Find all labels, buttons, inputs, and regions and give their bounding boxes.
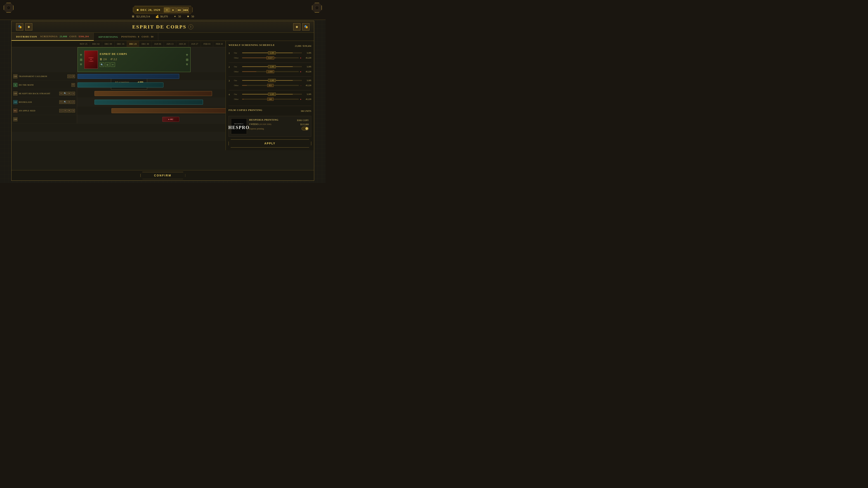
other-max-2: 45,220 [303, 70, 311, 73]
distribution-tab-label: DISTRIBUTION [16, 35, 37, 38]
fast-forward-button[interactable]: ▶▶ [177, 7, 182, 12]
film-copies-section: FILM COPIES PRINTING 386 UNITS HESPERIA … [228, 106, 311, 148]
film-label-btns-dothemath: 🛡 [71, 83, 75, 87]
film-card-title: ESPRIT DE CORPS [100, 53, 184, 56]
screenings-label: SCREENINGS: [40, 35, 58, 38]
check-btn-hourglass[interactable]: ✓ [71, 100, 75, 104]
film-label-btns-appleseed: ○ ✕ ♥ +4 [59, 109, 75, 112]
money-icon: 💰 [155, 15, 159, 18]
bar-appleseed[interactable] [112, 108, 225, 113]
adv-positions-value: 0 [138, 35, 140, 38]
week-row-3-other: Other 821 — 45,220 [234, 84, 311, 88]
our-value-4: 3,185 [303, 93, 311, 95]
slider-other-1[interactable]: 6,627 [242, 57, 299, 58]
heart-btn-hourglass[interactable]: ♥ [67, 100, 71, 104]
right-panel: WEEKLY SCREENING SCHEDULE 23,088 / $190,… [226, 41, 314, 150]
film-label-btns-hekept: ✕ 🔍 ♥ +4 [59, 92, 75, 95]
bar-dothemath[interactable] [78, 83, 163, 88]
bar-hourglass[interactable] [94, 100, 203, 105]
film-label-appleseed: MG AN APPLE SEED ○ ✕ ♥ +4 [11, 106, 77, 115]
slider-our-1[interactable]: 3,185 [242, 53, 302, 53]
other-max-4: 45,220 [303, 98, 311, 100]
film-icon-appleseed: MG [13, 109, 18, 113]
week-row-2-other: Other 2,660 ► 45,220 [234, 70, 311, 74]
date-control: DEC 20, 1929 ⏸ ▶ ▶▶ ▶▶▶ [133, 6, 193, 14]
slider-other-2[interactable]: 2,660 [242, 71, 299, 72]
slider-other-4[interactable]: 240 [242, 99, 299, 100]
film-icon-4[interactable]: 🎭 [302, 23, 309, 31]
cost-value: $306,204 [79, 35, 89, 38]
budget-resource: 💰 $6,070 [155, 15, 168, 18]
heart-btn-hekept[interactable]: ♥ [67, 92, 71, 95]
date-jan13: JAN 13 [164, 41, 176, 47]
film-card-right-deco: ⚜ ⊞ ⚜ [186, 53, 188, 66]
our-label-4: Our [234, 93, 241, 95]
pen-action-btn[interactable]: ✏ [111, 62, 115, 67]
search-btn-hourglass[interactable]: 🔍 [63, 100, 67, 104]
x-btn-appleseed[interactable]: ✕ [63, 109, 67, 112]
printer-express: Express printing [249, 127, 309, 130]
circle-btn-appleseed[interactable]: ○ [59, 109, 63, 112]
week-block-1: 1 Our 3,185 3,185 Other 6 [228, 51, 311, 61]
slider-our-3[interactable]: 3,185 [242, 80, 302, 81]
deco-grid-icon: ⊞ [80, 58, 83, 62]
x-btn-transparent[interactable]: ✕ [71, 74, 75, 78]
faster-forward-button[interactable]: ▶▶▶ [183, 7, 189, 12]
week-num-2: 2 [228, 65, 232, 74]
confirm-bar: CONFIRM [11, 170, 314, 181]
printer-card: HESPERIA HESPRO HESPERIA PRINTING $300/ … [228, 116, 311, 137]
confirm-button[interactable]: CONFIRM [141, 172, 185, 179]
info-button[interactable]: i [188, 24, 193, 29]
film-icon-ap2: GH [13, 117, 18, 121]
stat1-resource: ✦ 50 [173, 15, 181, 18]
plus4-btn-hekept[interactable]: +4 [71, 92, 75, 95]
panel-right-icons: ◆ 🎭 [293, 23, 309, 31]
plus4-btn-appleseed[interactable]: +4 [71, 109, 75, 112]
date-dec02: DEC 02 [90, 41, 102, 47]
settings-button[interactable]: ⚙ [4, 3, 13, 13]
slider-our-4[interactable]: 3,185 [242, 94, 302, 95]
play-button[interactable]: ▶ [170, 7, 176, 12]
edit-action-btn[interactable]: ⊞ [105, 62, 110, 67]
heart-btn-appleseed[interactable]: ♥ [67, 109, 71, 112]
film-card-actions: 🔍 ⊞ ✏ [100, 62, 184, 67]
printer-name: HESPERIA PRINTING [249, 119, 278, 121]
film-stat-2: ↺ 2.2 [110, 58, 117, 61]
search-btn-hekept[interactable]: 🔍 [63, 92, 67, 95]
timeline-rows[interactable]: ⚜ ⊞ ⚜ ESPRITDECORPS ESPRIT DE CORPS 🗑 [11, 47, 225, 150]
zoom-action-btn[interactable]: 🔍 [100, 62, 104, 67]
week-block-4: 4 Our 3,185 3,185 Other 2 [228, 92, 311, 102]
film-icon-1[interactable]: 🎭 [16, 23, 23, 31]
pause-button[interactable]: ⏸ [164, 7, 170, 12]
slider-our-2[interactable]: 3,185 [242, 66, 302, 67]
x-btn-hekept[interactable]: ✕ [59, 92, 63, 95]
film-icon-2[interactable]: ◆ [25, 23, 32, 31]
film-icon-3[interactable]: ◆ [293, 23, 301, 31]
timeline-row-empty1 [11, 124, 225, 132]
week-rows-3: Our 3,185 3,185 Other 821 — [234, 78, 311, 88]
date-jan06: JAN 06 [151, 41, 164, 47]
shield-btn-hourglass[interactable]: 🛡 [59, 100, 63, 104]
tab-advertising[interactable]: ADVERTISING POSITIONS: 0 COST: $0 [94, 33, 158, 41]
other-max-1: 45,220 [303, 57, 311, 59]
apply-button[interactable]: APPLY [228, 139, 311, 148]
week-block-2: 2 Our 3,185 3,185 Other 2 [228, 65, 311, 74]
bar-hekept[interactable] [94, 91, 212, 96]
shield-btn-dothemath[interactable]: 🛡 [71, 83, 75, 87]
film-card-esprit: ⚜ ⊞ ⚜ ESPRITDECORPS ESPRIT DE CORPS 🗑 [78, 47, 191, 72]
weekly-schedule-title: WEEKLY SCREENING SCHEDULE [228, 43, 275, 46]
week-row-3-our: Our 3,185 3,185 [234, 78, 311, 83]
express-toggle[interactable] [302, 127, 309, 130]
bar-transparent[interactable] [78, 74, 179, 79]
week-num-4: 4 [228, 92, 232, 102]
bar-462[interactable]: ▸ 462 [162, 117, 179, 122]
film-icon-hourglass: GH [13, 100, 18, 104]
timeline-row-empty2 [11, 132, 225, 141]
duration-label: 3 WEEKS [249, 123, 258, 125]
circle-btn-transparent[interactable]: ○ [67, 74, 71, 78]
slider-other-3[interactable]: 821 [242, 85, 299, 86]
our-value-3: 3,185 [303, 79, 311, 82]
film-card-info: ESPRIT DE CORPS 🗑 2.6 ↺ 2.2 [100, 53, 184, 67]
tab-distribution[interactable]: DISTRIBUTION SCREENINGS: 23,088 COST: $3… [11, 33, 94, 41]
options-button[interactable]: ⚙ [312, 3, 322, 13]
